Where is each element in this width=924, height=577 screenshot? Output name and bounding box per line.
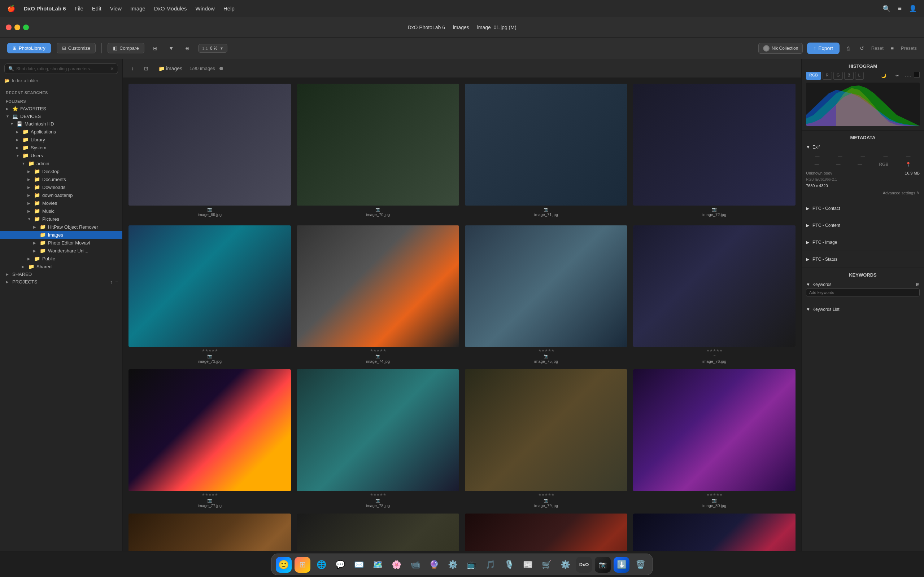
dock-item-facetime[interactable]: 📹	[407, 557, 423, 573]
clear-search-icon[interactable]: ✕	[110, 66, 114, 71]
advanced-settings-link[interactable]: Advanced settings	[883, 191, 915, 195]
exif-expand[interactable]: ▼ Exif	[806, 143, 920, 151]
list-item[interactable]: ★★★★★ 📷 image_81.jpg	[126, 511, 294, 551]
list-item[interactable]: ★★★★★ 📷 image_74.jpg	[294, 222, 462, 367]
sidebar-item-system[interactable]: ▶ 📁 System	[0, 143, 122, 152]
sidebar-item-pictures[interactable]: ▼ 📁 Pictures	[0, 215, 122, 223]
keywords-input[interactable]	[806, 288, 920, 297]
sidebar-item-documents[interactable]: ▶ 📁 Documents	[0, 175, 122, 183]
customize-button[interactable]: ⊟ Customize	[57, 43, 96, 53]
search-bar[interactable]: 🔍 Shot date, rating, shooting parameters…	[4, 63, 118, 74]
share-button[interactable]: ⎙	[844, 44, 853, 53]
dock-item-app-store[interactable]: 🛒	[538, 557, 554, 573]
menu-image[interactable]: Image	[130, 5, 145, 11]
dock-item-podcasts[interactable]: 🎙️	[501, 557, 517, 573]
list-item[interactable]: 📷 image_70.jpg	[294, 81, 462, 220]
folder-button[interactable]: 📁 images	[155, 64, 185, 73]
histogram-view-button[interactable]: ☀	[892, 72, 902, 80]
dock-item-photos[interactable]: 🌸	[388, 557, 404, 573]
presets-button[interactable]: ≡	[888, 44, 897, 53]
list-item[interactable]: ★★★★★ 📷 image_77.jpg	[126, 366, 294, 511]
menu-dxo-modules[interactable]: DxO Modules	[154, 5, 187, 11]
sidebar-item-shared[interactable]: ▶ 📁 Shared	[0, 263, 122, 271]
apple-menu[interactable]: 🍎	[7, 5, 15, 13]
compare-button[interactable]: ◧ Compare	[108, 43, 144, 53]
list-item[interactable]: ★★★★★ 📷 image_78.jpg	[294, 366, 462, 511]
iptc-contact-expand[interactable]: ▶ IPTC - Contact	[806, 205, 920, 213]
nik-collection-button[interactable]: Nik Collection	[758, 43, 803, 54]
list-item[interactable]: ★★★★★ 📷 image_82.jpg	[294, 511, 462, 551]
view-toggle-button[interactable]: ▼	[166, 44, 177, 53]
list-item[interactable]: ★★★★★ 📷 image_79.jpg	[462, 366, 630, 511]
dock-item-maps[interactable]: 🗺️	[370, 557, 386, 573]
filter-button[interactable]: ⊡	[141, 64, 151, 73]
user-icon[interactable]: 👤	[909, 5, 917, 13]
zoom-dropdown-icon[interactable]: ▼	[220, 46, 223, 50]
sidebar-item-movies[interactable]: ▶ 📁 Movies	[0, 199, 122, 207]
tab-b[interactable]: B	[844, 72, 853, 80]
list-item[interactable]: 📷 image_71.jpg	[462, 81, 630, 220]
sidebar-item-shared-section[interactable]: ▶ SHARED	[0, 271, 122, 278]
menu-file[interactable]: File	[75, 5, 83, 11]
sidebar-item-wondershare[interactable]: ▶ 📁 Wondershare Uni...	[0, 247, 122, 255]
keywords-list-expand[interactable]: ▼ Keywords List	[806, 305, 920, 313]
list-item[interactable]: 📷 image_72.jpg	[630, 81, 798, 220]
dock-item-launchpad[interactable]: ⊞	[294, 557, 310, 573]
dock-item-system-prefs[interactable]: ⚙️	[557, 557, 573, 573]
tab-r[interactable]: R	[822, 72, 832, 80]
sidebar-item-admin[interactable]: ▼ 📁 admin	[0, 160, 122, 167]
photo-library-button[interactable]: ⊞ PhotoLibrary	[7, 43, 51, 53]
sidebar-item-macintosh-hd[interactable]: ▼ 💾 Macintosh HD	[0, 120, 122, 128]
sidebar-item-public[interactable]: ▶ 📁 Public	[0, 255, 122, 263]
close-button[interactable]	[6, 24, 11, 30]
maximize-button[interactable]	[23, 24, 29, 30]
dock-item-music[interactable]: 🎵	[482, 557, 498, 573]
iptc-status-expand[interactable]: ▶ IPTC - Status	[806, 255, 920, 263]
dock-item-messages[interactable]: 💬	[332, 557, 348, 573]
index-folder[interactable]: 📂 Index a folder	[4, 78, 118, 83]
list-item[interactable]: ★★★★★ ⋯ image_76.jpg	[630, 222, 798, 367]
dock-item-downloads[interactable]: ⬇️	[614, 557, 630, 573]
sort-button[interactable]: ↕	[129, 64, 137, 73]
menu-window[interactable]: Window	[195, 5, 215, 11]
search-icon[interactable]: 🔍	[882, 5, 890, 13]
app-name[interactable]: DxO PhotoLab 6	[24, 5, 66, 11]
iptc-content-expand[interactable]: ▶ IPTC - Content	[806, 221, 920, 229]
sidebar-item-library[interactable]: ▶ 📁 Library	[0, 135, 122, 143]
sidebar-item-images[interactable]: 📁 images	[0, 231, 122, 239]
add-project-icon[interactable]: −	[115, 279, 118, 285]
sidebar-item-desktop[interactable]: ▶ 📁 Desktop	[0, 167, 122, 175]
sidebar-item-hitpaw[interactable]: ▶ 📁 HitPaw Object Remover	[0, 223, 122, 231]
dock-item-trash[interactable]: 🗑️	[632, 557, 648, 573]
tab-l[interactable]: L	[855, 72, 864, 80]
export-button[interactable]: ↑ Export	[807, 43, 839, 54]
crop-button[interactable]: ⊕	[182, 44, 192, 53]
list-item[interactable]: ★★★★★ 📷 image_75.jpg	[462, 222, 630, 367]
minimize-button[interactable]	[15, 24, 20, 30]
list-item[interactable]: ★★★★★ 📷 image_80.jpg	[630, 366, 798, 511]
sidebar-item-users[interactable]: ▼ 📁 Users	[0, 152, 122, 160]
zoom-control[interactable]: 1:1 6 % ▼	[198, 44, 228, 53]
edit-icon[interactable]: ✎	[916, 191, 920, 195]
dock-item-tv[interactable]: 📺	[464, 557, 479, 573]
sidebar-item-downloads[interactable]: ▶ 📁 Downloads	[0, 183, 122, 191]
dock-item-safari[interactable]: 🌐	[313, 557, 329, 573]
sidebar-item-projects[interactable]: ▶ PROJECTS ↕ −	[0, 278, 122, 285]
dock-item-mail[interactable]: ✉️	[351, 557, 367, 573]
dock-item-launchpad2[interactable]: ⚙️	[445, 557, 460, 573]
dock-item-news[interactable]: 📰	[520, 557, 536, 573]
view-mode-button[interactable]: ⊞	[150, 44, 160, 53]
keywords-expand[interactable]: ▼ Keywords ⊞	[806, 280, 920, 288]
tab-rgb[interactable]: RGB	[806, 72, 821, 80]
iptc-image-expand[interactable]: ▶ IPTC - Image	[806, 239, 920, 246]
menu-view[interactable]: View	[110, 5, 122, 11]
list-item[interactable]: ★★★★★ 📷 image_84.jpg	[630, 511, 798, 551]
sidebar-item-favorites[interactable]: ▶ ⭐ FAVORITES	[0, 105, 122, 113]
dock-item-dxo-mark[interactable]: DxO	[576, 557, 592, 573]
control-center-icon[interactable]: ≡	[898, 5, 901, 12]
list-item[interactable]: 📷 image_69.jpg	[126, 81, 294, 220]
list-item[interactable]: ★★★★★ 📷 image_83.jpg	[462, 511, 630, 551]
histogram-mode-button[interactable]: 🌙	[878, 72, 889, 80]
sidebar-item-downloadtemp[interactable]: ▶ 📁 downloadtemp	[0, 191, 122, 199]
add-keyword-icon[interactable]: ⊞	[916, 282, 920, 287]
